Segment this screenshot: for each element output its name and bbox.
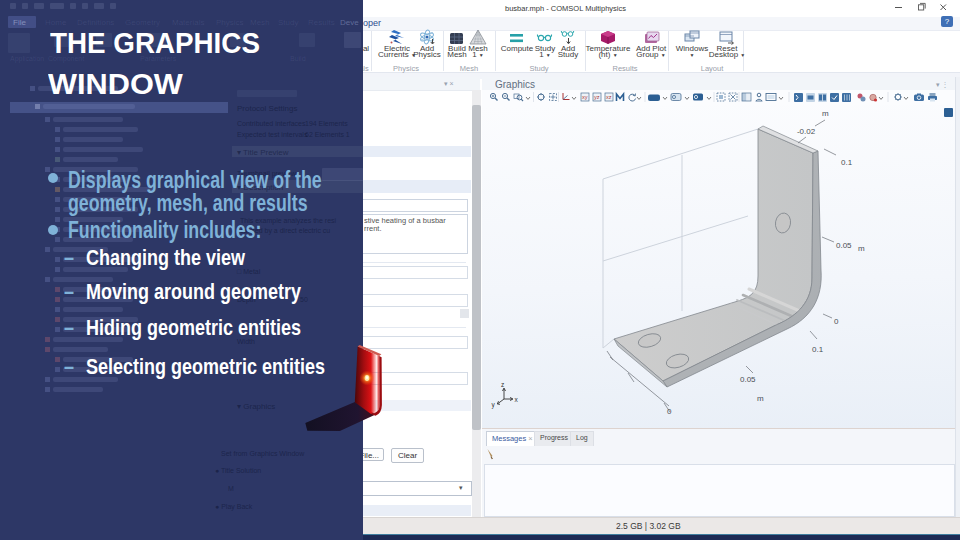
svg-text:0.05: 0.05: [836, 241, 852, 250]
svg-text:x: x: [515, 396, 519, 403]
svg-text:0.1: 0.1: [841, 158, 853, 167]
svg-text:xy: xy: [582, 94, 588, 100]
svg-text:xz: xz: [606, 94, 612, 100]
svg-text:0: 0: [834, 317, 839, 326]
svg-text:z: z: [501, 381, 504, 388]
svg-text:0.05: 0.05: [740, 375, 756, 384]
svg-text:yz: yz: [594, 94, 600, 100]
svg-text:y: y: [492, 401, 496, 409]
svg-text:m: m: [858, 244, 865, 253]
svg-text:0.1: 0.1: [812, 345, 824, 354]
svg-text:0: 0: [667, 407, 672, 416]
svg-text:m: m: [757, 394, 764, 403]
svg-text:m: m: [822, 109, 829, 118]
svg-text:-0.02: -0.02: [797, 127, 816, 136]
